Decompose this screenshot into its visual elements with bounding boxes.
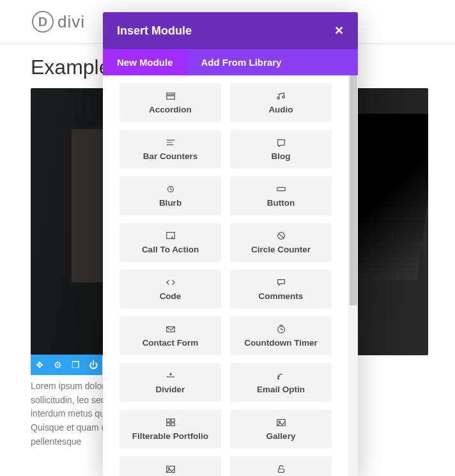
- module-call-to-action[interactable]: Call To Action: [120, 223, 221, 262]
- module-label: Blurb: [159, 198, 181, 208]
- mail-icon: [165, 324, 176, 334]
- svg-point-18: [168, 468, 170, 470]
- rss-icon: [275, 371, 287, 381]
- divi-logo: D divi: [32, 11, 85, 33]
- move-icon[interactable]: ✥: [31, 355, 49, 375]
- module-label: Bar Counters: [143, 151, 198, 161]
- module-button[interactable]: Button: [230, 176, 332, 215]
- module-contact-form[interactable]: Contact Form: [120, 316, 221, 355]
- svg-rect-5: [277, 187, 284, 190]
- module-blurb[interactable]: Blurb: [120, 176, 221, 215]
- svg-rect-12: [171, 419, 174, 422]
- module-filterable-portfolio[interactable]: Filterable Portfolio: [120, 410, 221, 449]
- module-audio[interactable]: Audio: [230, 83, 332, 122]
- module-label: Blog: [272, 151, 291, 161]
- module-email-optin[interactable]: Email Optin: [230, 363, 332, 402]
- module-accordion[interactable]: Accordion: [120, 83, 221, 122]
- button-icon: [275, 184, 287, 194]
- power-icon[interactable]: ⏻: [84, 355, 102, 375]
- image-icon: [275, 417, 287, 427]
- grid-icon: [165, 417, 176, 427]
- svg-rect-6: [166, 233, 174, 239]
- module-login[interactable]: Login: [230, 456, 332, 476]
- insert-module-modal: Insert Module ✕ New Module Add From Libr…: [103, 12, 358, 476]
- module-label: Code: [160, 291, 181, 301]
- section-toolbar[interactable]: ✥ ⚙ ❐ ⏻: [31, 355, 102, 375]
- svg-rect-0: [166, 93, 174, 95]
- lock-icon: [275, 464, 287, 474]
- svg-point-3: [282, 96, 284, 98]
- modal-header: Insert Module ✕: [103, 12, 358, 49]
- module-gallery[interactable]: Gallery: [230, 410, 332, 449]
- close-icon[interactable]: ✕: [334, 24, 344, 38]
- scrollbar[interactable]: ▲: [348, 75, 358, 476]
- svg-rect-13: [166, 423, 169, 426]
- svg-rect-14: [171, 423, 174, 426]
- code-icon: [165, 277, 176, 288]
- svg-rect-11: [166, 419, 169, 422]
- module-image[interactable]: Image: [120, 456, 221, 476]
- module-circle-counter[interactable]: Circle Counter: [230, 223, 332, 262]
- divi-logo-text: divi: [58, 12, 85, 32]
- image-icon: [165, 464, 176, 474]
- module-label: Filterable Portfolio: [132, 431, 208, 441]
- gear-icon[interactable]: ⚙: [49, 355, 66, 375]
- module-label: Button: [267, 198, 295, 208]
- audio-icon: [275, 91, 287, 101]
- svg-rect-1: [166, 96, 174, 99]
- clock-icon: [275, 324, 287, 334]
- module-label: Comments: [259, 291, 304, 301]
- module-label: Audio: [268, 105, 293, 114]
- module-label: Call To Action: [142, 245, 199, 254]
- module-label: Gallery: [266, 431, 296, 441]
- svg-rect-19: [278, 469, 284, 472]
- module-label: Divider: [156, 385, 185, 394]
- scroll-thumb[interactable]: [350, 75, 357, 305]
- blurb-icon: [165, 184, 176, 194]
- svg-point-16: [279, 421, 281, 423]
- module-comments[interactable]: Comments: [230, 270, 332, 309]
- modal-tabs: New Module Add From Library: [103, 49, 358, 75]
- divider-icon: [165, 371, 176, 381]
- module-label: Email Optin: [257, 385, 305, 394]
- module-countdown-timer[interactable]: Countdown Timer: [230, 316, 332, 355]
- module-blog[interactable]: Blog: [230, 130, 332, 169]
- module-label: Accordion: [149, 105, 192, 114]
- circlecounter-icon: [275, 231, 287, 241]
- blog-icon: [275, 137, 287, 148]
- module-code[interactable]: Code: [120, 270, 221, 309]
- module-label: Contact Form: [143, 338, 199, 348]
- tab-new-module[interactable]: New Module: [103, 49, 187, 75]
- comments-icon: [275, 277, 287, 288]
- module-list[interactable]: AccordionAudioBar CountersBlogBlurbButto…: [103, 75, 348, 476]
- divi-logo-icon: D: [32, 11, 54, 33]
- svg-point-2: [277, 97, 279, 100]
- clone-icon[interactable]: ❐: [66, 355, 84, 375]
- bars-icon: [165, 137, 176, 148]
- tab-add-from-library[interactable]: Add From Library: [187, 49, 296, 75]
- accordion-icon: [165, 91, 176, 101]
- svg-point-10: [277, 378, 279, 380]
- cta-icon: [165, 231, 176, 241]
- module-label: Circle Counter: [251, 245, 311, 254]
- module-bar-counters[interactable]: Bar Counters: [120, 130, 221, 169]
- module-label: Countdown Timer: [244, 338, 318, 348]
- modal-title: Insert Module: [117, 24, 192, 38]
- module-divider[interactable]: Divider: [120, 363, 221, 402]
